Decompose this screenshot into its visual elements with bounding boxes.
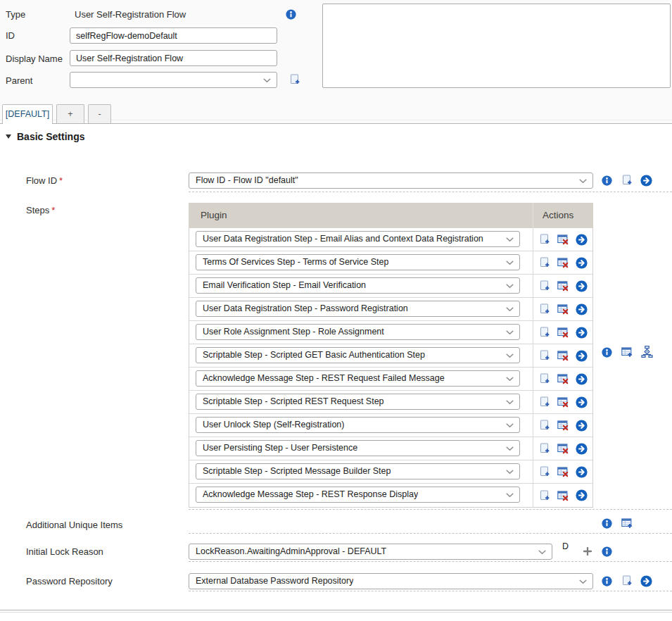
open-step-arrow-icon[interactable] (576, 303, 588, 315)
open-step-arrow-icon[interactable] (576, 257, 588, 269)
step-row: Acknowledge Message Step - REST Response… (189, 484, 592, 507)
steps-table-header: Plugin Actions (189, 203, 593, 228)
open-step-arrow-icon[interactable] (576, 443, 588, 455)
info-icon[interactable] (602, 546, 612, 557)
parent-label: Parent (6, 75, 32, 86)
password-repository-select[interactable]: External Database Password Repository (189, 573, 593, 589)
chevron-down-icon (506, 330, 514, 335)
type-label: Type (6, 9, 25, 20)
open-step-arrow-icon[interactable] (576, 466, 588, 478)
info-icon[interactable] (286, 9, 296, 20)
chevron-down-icon (579, 179, 587, 184)
add-step-icon[interactable] (539, 466, 550, 477)
delete-step-icon[interactable] (557, 280, 569, 291)
delete-step-icon[interactable] (557, 420, 569, 431)
step-plugin-select[interactable]: User Role Assignment Step - Role Assignm… (196, 324, 520, 340)
step-plugin-select[interactable]: User Data Registration Step - Email Alia… (196, 231, 520, 247)
open-step-arrow-icon[interactable] (576, 396, 588, 408)
add-parent-icon[interactable] (289, 74, 300, 85)
dashed-divider (189, 561, 672, 562)
step-plugin-select[interactable]: Email Verification Step - Email Verifica… (196, 277, 520, 294)
step-plugin-select[interactable]: User Unlock Step (Self-Registration) (196, 417, 520, 433)
delete-step-icon[interactable] (557, 257, 569, 268)
add-step-icon[interactable] (539, 373, 550, 384)
delete-step-icon[interactable] (557, 443, 569, 454)
display-name-field[interactable] (70, 50, 277, 66)
tab-remove[interactable]: - (88, 104, 111, 123)
add-step-icon[interactable] (539, 490, 550, 501)
step-row: Scriptable Step - Scripted REST Request … (189, 391, 592, 414)
flow-id-select[interactable]: Flow ID - Flow ID "default" (189, 172, 593, 189)
add-step-icon[interactable] (539, 420, 550, 431)
step-plugin-select-value: Scriptable Step - Scripted REST Request … (203, 394, 384, 409)
chevron-down-icon (506, 446, 514, 451)
flow-id-label: Flow ID* (26, 175, 63, 186)
dashed-divider (189, 591, 672, 591)
tab-add[interactable]: + (56, 104, 84, 123)
add-step-icon[interactable] (539, 257, 550, 268)
password-repository-select-value: External Database Password Repository (196, 574, 353, 589)
step-row: Email Verification Step - Email Verifica… (189, 275, 592, 298)
password-repository-label: Password Repository (26, 576, 113, 586)
add-step-icon[interactable] (539, 280, 550, 291)
info-icon[interactable] (602, 175, 612, 186)
id-label: ID (6, 30, 15, 41)
step-plugin-select[interactable]: User Persisting Step - User Persistence (196, 440, 520, 456)
dashed-divider (189, 509, 672, 510)
step-plugin-select[interactable]: Terms Of Services Step - Terms of Servic… (196, 254, 520, 270)
chevron-down-icon (506, 284, 514, 289)
flow-tree-icon[interactable] (641, 346, 653, 358)
step-plugin-select-value: User Role Assignment Step - Role Assignm… (203, 325, 384, 339)
initial-lock-reason-select-value: LockReason.AwaitingAdminApproval - DEFAU… (196, 544, 386, 559)
delete-step-icon[interactable] (557, 490, 569, 501)
add-step-icon[interactable] (539, 234, 550, 245)
id-field[interactable] (70, 27, 277, 44)
step-plugin-select[interactable]: User Data Registration Step - Password R… (196, 301, 520, 317)
open-step-arrow-icon[interactable] (576, 350, 588, 362)
display-name-label: Display Name (6, 54, 63, 64)
step-plugin-select[interactable]: Scriptable Step - Scripted Message Build… (196, 463, 520, 479)
info-icon[interactable] (602, 576, 612, 586)
add-step-icon[interactable] (539, 327, 550, 338)
add-table-row-icon[interactable] (621, 346, 633, 358)
delete-step-icon[interactable] (557, 466, 569, 477)
add-table-row-icon[interactable] (621, 518, 633, 529)
info-icon[interactable] (602, 518, 612, 529)
chevron-down-icon (579, 579, 587, 584)
open-step-arrow-icon[interactable] (576, 373, 588, 385)
description-textarea[interactable] (322, 4, 671, 88)
info-icon[interactable] (602, 347, 612, 358)
open-step-arrow-icon[interactable] (576, 327, 588, 339)
tab-default[interactable]: [DEFAULT] (2, 104, 53, 123)
delete-step-icon[interactable] (557, 350, 569, 361)
step-row: User Data Registration Step - Password R… (189, 298, 592, 321)
delete-step-icon[interactable] (557, 396, 569, 408)
tab-bar: [DEFAULT] + - (0, 104, 672, 124)
step-plugin-select-value: Scriptable Step - Scripted GET Basic Aut… (203, 348, 425, 363)
open-step-arrow-icon[interactable] (576, 280, 588, 292)
parent-select[interactable] (70, 72, 277, 88)
delete-step-icon[interactable] (557, 327, 569, 338)
add-step-icon[interactable] (539, 396, 550, 408)
step-plugin-select[interactable]: Acknowledge Message Step - REST Request … (196, 370, 520, 387)
open-detail-arrow-icon[interactable] (640, 175, 652, 187)
open-step-arrow-icon[interactable] (576, 420, 588, 432)
add-item-icon[interactable] (621, 175, 633, 186)
add-step-icon[interactable] (539, 443, 550, 454)
chevron-down-icon (263, 78, 271, 83)
add-step-icon[interactable] (539, 303, 550, 315)
add-step-icon[interactable] (539, 350, 550, 361)
delete-step-icon[interactable] (557, 373, 569, 384)
step-plugin-select[interactable]: Scriptable Step - Scripted REST Request … (196, 394, 520, 410)
add-item-icon[interactable] (621, 575, 633, 586)
step-plugin-select[interactable]: Scriptable Step - Scripted GET Basic Aut… (196, 347, 520, 363)
plus-icon[interactable] (583, 547, 592, 556)
basic-settings-section-header[interactable]: Basic Settings (6, 131, 84, 142)
open-step-arrow-icon[interactable] (576, 234, 588, 246)
open-detail-arrow-icon[interactable] (640, 575, 652, 587)
open-step-arrow-icon[interactable] (576, 489, 588, 501)
delete-step-icon[interactable] (557, 303, 569, 315)
delete-step-icon[interactable] (557, 234, 569, 245)
initial-lock-reason-select[interactable]: LockReason.AwaitingAdminApproval - DEFAU… (189, 544, 552, 560)
step-plugin-select[interactable]: Acknowledge Message Step - REST Response… (196, 487, 520, 503)
